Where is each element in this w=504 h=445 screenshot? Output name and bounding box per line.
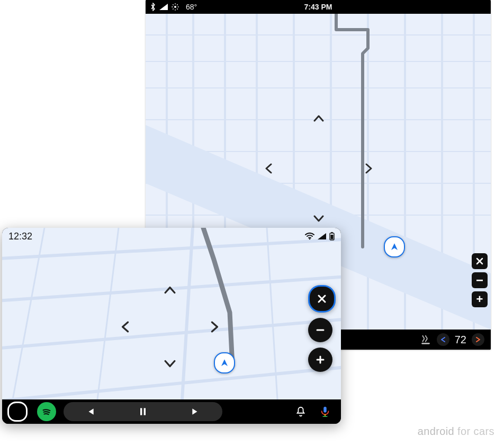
hvac-temp-value: 72 <box>455 334 466 346</box>
pan-down-button[interactable] <box>310 210 328 228</box>
pan-down-button[interactable] <box>161 355 179 373</box>
status-bar: 68° 7:43 PM <box>146 0 491 14</box>
svg-rect-30 <box>331 232 333 233</box>
map-fab-stack <box>308 285 336 372</box>
pan-left-button[interactable] <box>116 318 134 336</box>
nav-bar <box>2 399 341 424</box>
media-controls <box>64 402 222 421</box>
svg-rect-32 <box>140 408 142 415</box>
zoom-in-button[interactable] <box>308 348 332 372</box>
pan-left-button[interactable] <box>259 159 277 177</box>
zoom-out-button[interactable] <box>308 318 332 342</box>
wifi-icon <box>305 233 314 240</box>
current-location-marker[interactable] <box>384 236 405 257</box>
mic-icon <box>319 406 331 417</box>
pan-up-button[interactable] <box>310 109 328 127</box>
svg-rect-33 <box>144 408 146 415</box>
svg-line-22 <box>2 318 341 350</box>
svg-rect-31 <box>331 235 334 239</box>
hvac-down-button[interactable] <box>437 333 449 346</box>
app-launcher-button[interactable] <box>7 402 28 422</box>
status-bar: 12:32 <box>2 228 341 245</box>
media-next-button[interactable] <box>191 406 201 417</box>
zoom-in-button[interactable]: + <box>472 291 488 307</box>
zoom-out-button[interactable]: − <box>472 272 488 288</box>
spotify-button[interactable] <box>37 402 56 421</box>
close-pan-button[interactable] <box>472 253 488 269</box>
pan-right-button[interactable] <box>206 318 224 336</box>
watermark-brand: android <box>418 425 455 437</box>
notifications-button[interactable] <box>290 401 311 422</box>
gear-icon[interactable] <box>171 3 179 11</box>
seat-heat-icon <box>420 334 431 345</box>
status-right <box>305 232 335 241</box>
media-pause-button[interactable] <box>138 406 148 417</box>
media-prev-button[interactable] <box>85 406 95 417</box>
close-pan-button[interactable] <box>308 285 336 313</box>
svg-point-0 <box>174 6 176 8</box>
outside-temp: 68° <box>186 3 197 11</box>
car-screen-small: 12:32 <box>2 228 341 424</box>
bell-icon <box>295 406 307 417</box>
pan-up-button[interactable] <box>161 281 179 299</box>
battery-icon <box>329 232 335 241</box>
current-location-marker[interactable] <box>214 352 235 373</box>
watermark: android for cars <box>418 425 494 438</box>
pan-right-button[interactable] <box>360 159 378 177</box>
svg-rect-34 <box>323 407 327 413</box>
svg-line-24 <box>13 228 44 399</box>
map-roads <box>2 228 341 399</box>
svg-point-28 <box>309 238 311 240</box>
hvac-control[interactable]: 72 <box>420 333 484 346</box>
hvac-up-button[interactable] <box>472 333 484 346</box>
svg-line-26 <box>182 228 193 399</box>
clock: 12:32 <box>8 231 32 242</box>
assistant-button[interactable] <box>314 401 336 422</box>
cell-signal-icon <box>159 4 168 10</box>
bluetooth-icon <box>150 3 156 11</box>
clock: 7:43 PM <box>146 3 491 11</box>
cell-signal-icon <box>318 233 326 239</box>
spotify-icon <box>41 406 52 417</box>
map-tools: − + <box>472 253 488 307</box>
watermark-suffix: for cars <box>454 425 494 437</box>
status-left: 68° <box>150 3 197 11</box>
map-canvas[interactable]: 12:32 <box>2 228 341 399</box>
